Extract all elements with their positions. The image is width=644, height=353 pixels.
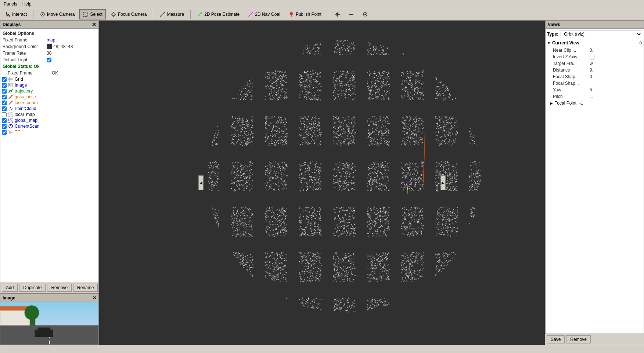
display-item-currentscan[interactable]: CurrentScan xyxy=(0,123,98,129)
move-camera-icon xyxy=(40,11,46,17)
pose-estimate-label: 2D Pose Estimate xyxy=(204,12,240,17)
pitch-label: Pitch xyxy=(553,94,590,99)
gnss-pose-checkbox[interactable] xyxy=(2,95,7,99)
minus-icon xyxy=(348,11,354,17)
background-color-swatch[interactable] xyxy=(47,44,52,49)
pointcloud-icon xyxy=(8,106,13,111)
minus-button[interactable] xyxy=(345,9,357,19)
global-map-checkbox[interactable] xyxy=(2,118,7,123)
display-item-laser-odom[interactable]: laser_odom xyxy=(0,100,98,106)
yaw-value: 5. xyxy=(590,87,641,92)
bg-color-row: Background Color 48; 48; 48 xyxy=(0,43,98,50)
image-header: Image ✕ xyxy=(0,294,99,302)
focus-camera-label: Focus Camera xyxy=(118,12,147,17)
menu-help[interactable]: Help xyxy=(20,1,34,7)
right-panel-collapse[interactable]: ▶ xyxy=(440,175,446,190)
svg-rect-40 xyxy=(8,118,13,123)
image-canvas xyxy=(0,302,98,345)
fixed-frame-value[interactable]: map xyxy=(47,37,96,43)
display-item-pointcloud[interactable]: PointCloud xyxy=(0,106,98,112)
frame-rate-row: Frame Rate 30 xyxy=(0,50,98,57)
svg-line-9 xyxy=(160,16,161,17)
trajectory-checkbox[interactable] xyxy=(2,89,7,94)
image-close-button[interactable]: ✕ xyxy=(93,295,96,301)
current-view-toggle[interactable]: ▼ Current View O xyxy=(547,40,642,46)
global-options-label: Global Options xyxy=(3,31,47,36)
measure-icon xyxy=(159,11,165,17)
distance-value: 9. xyxy=(590,68,641,73)
currentscan-label: CurrentScan xyxy=(15,124,39,129)
publish-point-button[interactable]: Publish Point xyxy=(285,9,325,19)
gnss-pose-icon xyxy=(8,94,13,99)
rename-button[interactable]: Rename xyxy=(73,284,98,292)
duplicate-button[interactable]: Duplicate xyxy=(19,284,46,292)
image-checkbox[interactable] xyxy=(2,83,7,88)
display-item-gnss-pose[interactable]: gnss_pose xyxy=(0,94,98,100)
default-light-checkbox[interactable] xyxy=(47,58,51,62)
currentscan-checkbox[interactable] xyxy=(2,124,7,129)
fixed-frame-status-value: OK xyxy=(52,70,96,76)
grid-label: Grid xyxy=(15,77,23,82)
remove-button[interactable]: Remove xyxy=(47,284,72,292)
invert-z-label: Invert Z Axis xyxy=(553,54,590,59)
svg-text:TF: TF xyxy=(8,130,12,134)
display-item-image[interactable]: Image xyxy=(0,82,98,88)
displays-content[interactable]: Global Options Fixed Frame map Backgroun… xyxy=(0,29,99,282)
focus-camera-button[interactable]: Focus Camera xyxy=(107,9,150,19)
display-item-global-map[interactable]: global_map xyxy=(0,117,98,123)
move-camera-button[interactable]: Move Camera xyxy=(36,9,78,19)
svg-point-36 xyxy=(10,110,10,110)
svg-point-37 xyxy=(11,109,12,110)
currentscan-icon xyxy=(8,124,13,129)
display-item-trajectory[interactable]: trajectory xyxy=(0,88,98,94)
interact-button[interactable]: Interact xyxy=(1,9,30,19)
display-item-tf[interactable]: TF TF xyxy=(0,129,98,135)
global-map-label: global_map xyxy=(15,118,37,123)
add-button[interactable]: Add xyxy=(2,284,18,292)
focal-shape1-value: 0. xyxy=(590,74,641,79)
nav-goal-button[interactable]: 2D Nav Goal xyxy=(244,9,284,19)
settings-button[interactable] xyxy=(359,9,371,19)
interact-label: Interact xyxy=(12,12,27,17)
distance-label: Distance xyxy=(553,68,590,73)
select-button[interactable]: Select xyxy=(79,9,105,19)
publish-point-icon xyxy=(288,11,294,17)
left-panel-collapse[interactable]: ◀ xyxy=(198,175,204,190)
svg-point-39 xyxy=(10,114,11,115)
pointcloud-checkbox[interactable] xyxy=(2,106,7,111)
views-title: Views xyxy=(548,22,560,27)
viewport[interactable]: ◀ ▶ xyxy=(99,21,545,345)
views-remove-button[interactable]: Remove xyxy=(566,335,591,343)
display-item-local-map[interactable]: local_map xyxy=(0,112,98,117)
interact-icon xyxy=(5,11,11,17)
svg-point-22 xyxy=(364,14,366,15)
toolbar-sep3 xyxy=(190,10,191,19)
measure-button[interactable]: Measure xyxy=(156,9,187,19)
local-map-checkbox[interactable] xyxy=(2,112,7,117)
views-save-button[interactable]: Save xyxy=(547,335,565,343)
laser-odom-checkbox[interactable] xyxy=(2,101,7,105)
tf-label: TF xyxy=(15,130,20,135)
svg-point-3 xyxy=(112,13,115,16)
display-item-grid[interactable]: Grid xyxy=(0,76,98,82)
views-type-dropdown[interactable]: Orbit (rviz) xyxy=(561,30,642,38)
image-content[interactable] xyxy=(0,302,99,345)
svg-point-33 xyxy=(9,109,10,109)
displays-close-button[interactable]: ✕ xyxy=(92,22,96,27)
displays-header: Displays ✕ xyxy=(0,21,99,29)
grid-checkbox[interactable] xyxy=(2,77,7,82)
statusbar xyxy=(0,345,644,353)
svg-point-28 xyxy=(9,84,10,85)
menu-panels[interactable]: Panels xyxy=(1,1,19,7)
trajectory-label: trajectory xyxy=(15,88,33,94)
crosshair-button[interactable] xyxy=(331,9,343,19)
focal-point-expand[interactable]: ▶ Focal Point -1 xyxy=(547,100,642,106)
local-map-icon xyxy=(8,112,13,117)
local-map-label: local_map xyxy=(15,112,35,117)
distance-row: Distance 9. xyxy=(547,67,642,73)
pose-estimate-button[interactable]: 2D Pose Estimate xyxy=(194,9,243,19)
tf-checkbox[interactable] xyxy=(2,130,7,135)
invert-z-checkbox[interactable] xyxy=(590,55,594,59)
toolbar: Interact Move Camera Select Focus Camera xyxy=(0,8,644,21)
svg-point-1 xyxy=(42,14,43,15)
